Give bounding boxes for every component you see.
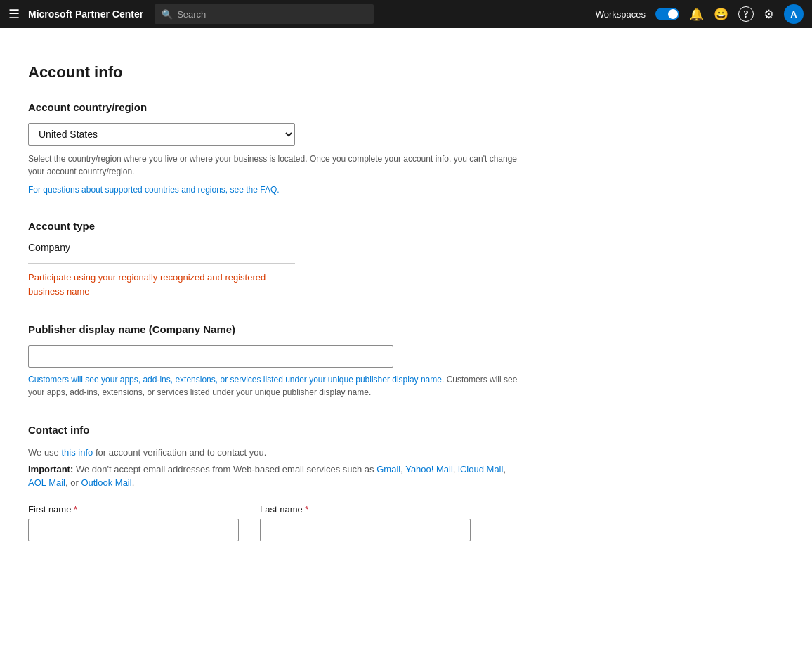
contact-info-section: Contact info We use this info for accoun…: [28, 424, 520, 541]
search-input[interactable]: [177, 9, 367, 20]
workspaces-label: Workspaces: [596, 9, 646, 20]
publisher-name-help-text: Customers will see your apps, add-ins, e…: [28, 373, 520, 399]
outlook-mail-link[interactable]: Outlook Mail: [81, 477, 131, 488]
last-name-field: Last name *: [260, 504, 471, 541]
country-help-text: Select the country/region where you live…: [28, 153, 520, 178]
publisher-name-section: Publisher display name (Company Name) Cu…: [28, 323, 520, 399]
hamburger-menu-icon[interactable]: ☰: [8, 6, 20, 22]
help-question-icon[interactable]: ?: [738, 6, 754, 22]
important-label: Important:: [28, 464, 73, 474]
app-title: Microsoft Partner Center: [28, 8, 143, 20]
settings-gear-icon[interactable]: ⚙: [764, 7, 774, 22]
first-name-required-marker: *: [74, 504, 77, 515]
first-name-input[interactable]: [28, 519, 239, 541]
page-title: Account info: [28, 63, 520, 82]
user-avatar[interactable]: A: [784, 4, 804, 24]
aol-mail-link[interactable]: AOL Mail: [28, 477, 65, 488]
contact-info-desc: We use this info for account verificatio…: [28, 446, 520, 460]
workspaces-toggle[interactable]: [655, 8, 679, 20]
country-section-label: Account country/region: [28, 101, 520, 113]
first-name-label: First name *: [28, 504, 239, 515]
publisher-display-name-link[interactable]: Customers will see your apps, add-ins, e…: [28, 375, 444, 385]
icloud-mail-link[interactable]: iCloud Mail: [458, 464, 503, 474]
last-name-input[interactable]: [260, 519, 471, 541]
main-content: Account info Account country/region Unit…: [0, 28, 548, 609]
faq-link[interactable]: For questions about supported countries …: [28, 185, 280, 195]
contact-important-text: Important: We don't accept email address…: [28, 463, 520, 490]
last-name-required-marker: *: [305, 504, 308, 515]
gmail-link[interactable]: Gmail: [376, 464, 400, 474]
search-icon: 🔍: [162, 9, 173, 20]
contact-info-link[interactable]: this info: [61, 447, 93, 458]
account-type-description: Participate using your regionally recogn…: [28, 271, 295, 298]
publisher-name-label: Publisher display name (Company Name): [28, 323, 520, 335]
account-type-section: Account type Company Participate using y…: [28, 220, 520, 298]
top-navigation: ☰ Microsoft Partner Center 🔍 Workspaces …: [0, 0, 812, 28]
last-name-label: Last name *: [260, 504, 471, 515]
yahoo-mail-link[interactable]: Yahoo! Mail: [405, 464, 453, 474]
toggle-knob: [668, 9, 678, 19]
search-bar[interactable]: 🔍: [155, 4, 374, 24]
country-region-select[interactable]: United States Canada United Kingdom Aust…: [28, 123, 295, 146]
account-type-container: Company: [28, 242, 295, 264]
first-name-field: First name *: [28, 504, 239, 541]
feedback-smiley-icon[interactable]: 😀: [714, 7, 728, 22]
or-outlook-text: or: [70, 477, 81, 488]
notifications-bell-icon[interactable]: 🔔: [689, 7, 704, 22]
publisher-name-input[interactable]: [28, 345, 393, 368]
account-type-section-label: Account type: [28, 220, 520, 232]
name-fields-row: First name * Last name *: [28, 504, 520, 541]
topnav-right-actions: Workspaces 🔔 😀 ? ⚙ A: [596, 4, 804, 24]
account-country-section: Account country/region United States Can…: [28, 101, 520, 195]
important-body: We don't accept email addresses from Web…: [76, 464, 376, 474]
contact-info-section-label: Contact info: [28, 424, 520, 436]
account-type-value: Company: [28, 242, 70, 253]
